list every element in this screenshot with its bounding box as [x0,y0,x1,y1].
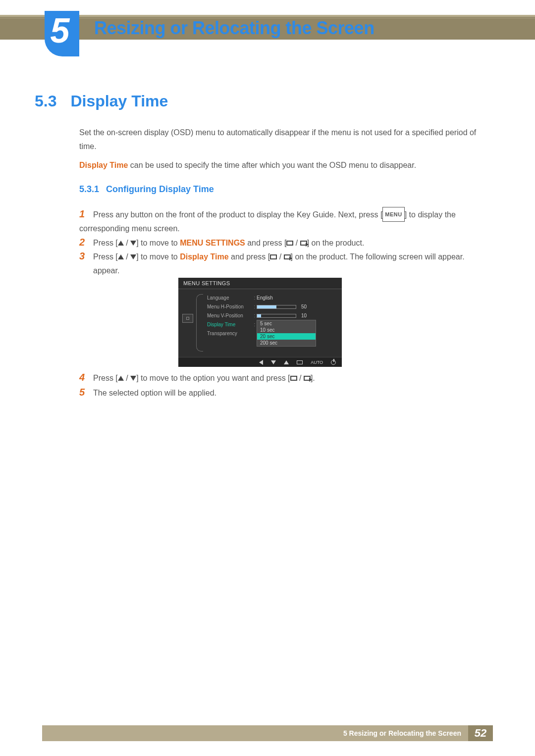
enter-icon [304,376,311,381]
osd-row-v-position: Menu V-Position: 10 [207,311,342,320]
osd-dropdown-option: 200 sec [257,340,316,346]
slider-icon [257,305,296,309]
subsection-heading: 5.3.1Configuring Display Time [79,184,214,195]
step-4: 4Press [ / ] to move to the option you w… [79,370,488,385]
chapter-title: Resizing or Relocating the Screen [94,18,374,39]
osd-enter-icon [297,360,303,364]
intro-highlight: Display Time [79,161,128,169]
osd-up-icon [284,360,289,364]
chapter-number: 5 [51,11,70,50]
osd-row-language: Language: English [207,293,342,302]
footer-bar: 5 Resizing or Relocating the Screen 52 [42,725,493,741]
triangle-up-icon [118,254,124,259]
subsection-number: 5.3.1 [79,184,99,194]
osd-button-bar: AUTO [178,357,342,367]
osd-screenshot: MENU SETTINGS Language: English Menu H-P… [178,278,342,367]
source-icon [290,376,297,381]
osd-down-icon [271,360,276,364]
osd-row-h-position: Menu H-Position: 50 [207,302,342,311]
section-heading: 5.3Display Time [35,92,168,110]
step-2: 2Press [ / ] to move to MENU SETTINGS an… [79,235,488,250]
section-title: Display Time [70,92,168,110]
osd-auto-label: AUTO [311,360,323,365]
osd-dropdown-option-selected: 20 sec [257,333,316,340]
menu-button-label: MENU [382,207,404,222]
intro-paragraph-2: Display Time can be used to specify the … [79,158,485,172]
chapter-badge: 5 [45,11,79,56]
step-5: 5The selected option will be applied. [79,385,488,400]
osd-dropdown: 5 sec 10 sec 20 sec 200 sec [257,320,316,347]
enter-icon [284,254,291,259]
triangle-up-icon [118,241,124,246]
osd-side-icon [182,314,193,323]
source-icon [286,241,293,246]
osd-back-icon [259,360,263,365]
step-1: 1Press any button on the front of the pr… [79,207,488,236]
osd-bracket [196,294,203,352]
slider-icon [257,314,296,318]
enter-icon [300,241,307,246]
osd-dropdown-option: 10 sec [257,327,316,333]
intro-paragraph-1: Set the on-screen display (OSD) menu to … [79,126,485,153]
triangle-up-icon [118,376,124,381]
page-number: 52 [468,725,493,741]
section-number: 5.3 [35,92,56,110]
step-3: 3Press [ / ] to move to Display Time and… [79,249,488,278]
osd-power-icon [331,360,336,365]
triangle-down-icon [130,376,136,381]
source-icon [270,254,277,259]
footer-text: 5 Resizing or Relocating the Screen [343,729,461,737]
osd-title: MENU SETTINGS [178,278,342,289]
subsection-title: Configuring Display Time [106,184,214,194]
triangle-down-icon [130,254,136,259]
triangle-down-icon [130,241,136,246]
osd-dropdown-option: 5 sec [257,320,316,327]
